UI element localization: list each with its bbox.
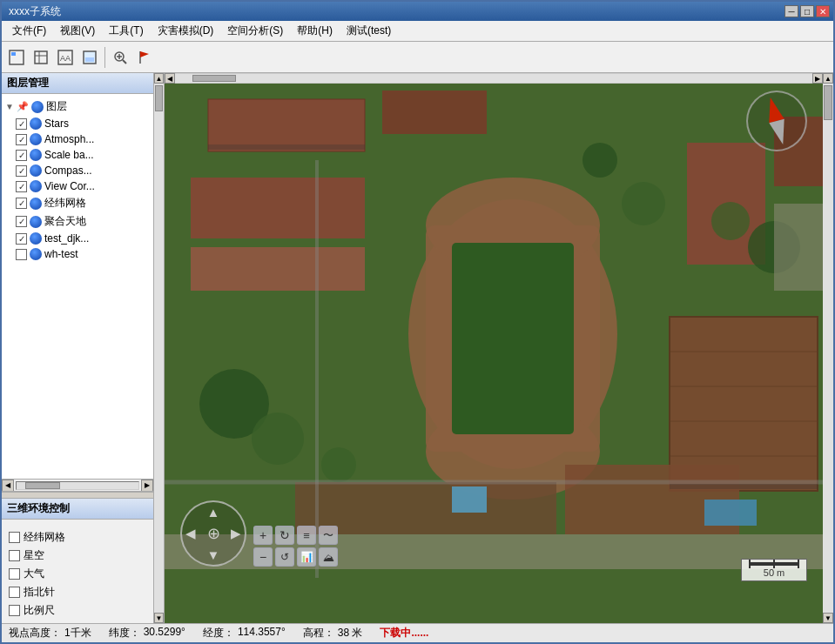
menu-file[interactable]: 文件(F) xyxy=(5,22,53,40)
menu-view[interactable]: 视图(V) xyxy=(53,22,102,40)
toolbar-btn-zoom[interactable] xyxy=(109,46,131,69)
layer-checkbox-grid[interactable] xyxy=(16,198,27,209)
map-vscroll-thumb[interactable] xyxy=(824,85,832,120)
maximize-button[interactable]: □ xyxy=(800,5,814,17)
menu-tools[interactable]: 工具(T) xyxy=(102,22,150,40)
menu-test[interactable]: 测试(test) xyxy=(340,22,398,40)
env-checkbox-compass[interactable] xyxy=(9,587,20,598)
rotate-btn[interactable]: ↻ xyxy=(275,526,294,545)
close-button[interactable]: ✕ xyxy=(816,5,830,17)
env-checkbox-scale[interactable] xyxy=(9,605,20,616)
menu-disaster[interactable]: 灾害模拟(D) xyxy=(151,22,221,40)
layer-checkbox-viewcor[interactable] xyxy=(16,181,27,192)
zoom-in-btn[interactable]: + xyxy=(253,526,273,545)
svg-rect-2 xyxy=(35,51,47,64)
layer-item-viewcor[interactable]: View Cor... xyxy=(2,178,153,194)
vscroll-down[interactable]: ▼ xyxy=(154,613,164,623)
layer-item-testdjk[interactable]: test_djk... xyxy=(2,231,153,246)
status-altitude: 视点高度： 1千米 xyxy=(9,626,91,641)
layer-item-whtest[interactable]: wh-test xyxy=(2,246,153,262)
tree-root-item[interactable]: ▼ 📌 图层 xyxy=(2,97,153,116)
chart-btn[interactable]: 📊 xyxy=(297,547,316,567)
globe-icon-testdjk xyxy=(30,232,42,245)
layer-label-atmosph: Atmosph... xyxy=(44,133,94,145)
toolbar-btn-3[interactable]: AA xyxy=(54,46,77,69)
layer-checkbox-testdjk[interactable] xyxy=(16,233,27,245)
pan-right-btn[interactable]: ▶ xyxy=(231,526,241,541)
map-right-scrollbar[interactable]: ▲ ▼ xyxy=(823,73,833,623)
layer-panel-header: 图层管理 xyxy=(2,73,153,94)
map-vscroll-up[interactable]: ▲ xyxy=(823,73,833,84)
wave-btn[interactable]: 〜 xyxy=(319,526,338,545)
svg-rect-46 xyxy=(704,500,757,526)
scale-bar: 50 m xyxy=(741,559,807,581)
lat-label: 纬度： xyxy=(109,626,140,641)
pan-compass[interactable]: ▲ ▼ ◀ ▶ ⊕ xyxy=(180,500,246,567)
zoom-out-btn[interactable]: − xyxy=(253,547,273,567)
layer-checkbox-tiandi[interactable] xyxy=(16,216,27,227)
hscroll-track[interactable] xyxy=(16,481,139,490)
layer-checkbox-whtest[interactable] xyxy=(16,249,27,260)
pan-down-btn[interactable]: ▼ xyxy=(207,548,220,561)
tilt-up-btn[interactable]: ≡ xyxy=(297,526,316,545)
svg-line-10 xyxy=(123,60,126,64)
top-scroll-left[interactable]: ◀ xyxy=(165,73,175,84)
vscroll-thumb[interactable] xyxy=(155,85,163,111)
pan-left-btn[interactable]: ◀ xyxy=(185,526,196,541)
title-bar: xxxx子系统 ─ □ ✕ xyxy=(2,2,833,21)
env-checkbox-grid[interactable] xyxy=(9,532,20,543)
lat-value: 30.5299° xyxy=(144,626,185,641)
layer-tree[interactable]: ▼ 📌 图层 Stars Atmosph... xyxy=(2,94,153,479)
env-checkbox-atmo[interactable] xyxy=(9,568,20,580)
status-lon: 经度： 114.3557° xyxy=(203,626,286,641)
layer-hscroll[interactable]: ◀ ▶ xyxy=(2,479,153,491)
map-vscroll-down[interactable]: ▼ xyxy=(823,613,833,623)
layer-item-stars[interactable]: Stars xyxy=(2,116,153,131)
terrain-btn[interactable]: ⛰ xyxy=(319,547,338,567)
expand-icon[interactable]: ▼ xyxy=(5,102,14,111)
toolbar-btn-flag[interactable] xyxy=(133,46,156,69)
toolbar-btn-4[interactable] xyxy=(78,46,101,69)
minimize-button[interactable]: ─ xyxy=(784,5,798,17)
top-scroll-track[interactable] xyxy=(175,74,812,83)
top-scroll-thumb[interactable] xyxy=(192,75,236,82)
hscroll-right[interactable]: ▶ xyxy=(141,480,153,492)
left-panel-vscroll[interactable]: ▲ ▼ xyxy=(154,73,165,623)
layer-item-tiandi[interactable]: 聚合天地 xyxy=(2,212,153,231)
map-top-scrollbar[interactable]: ◀ ▶ xyxy=(165,73,823,84)
layer-item-grid[interactable]: 经纬网格 xyxy=(2,194,153,212)
menu-spatial[interactable]: 空间分析(S) xyxy=(220,22,290,40)
layer-checkbox-compass[interactable] xyxy=(16,165,27,177)
tree-root-label: 图层 xyxy=(46,99,67,114)
map-vscroll-track[interactable] xyxy=(823,84,833,613)
top-scroll-right[interactable]: ▶ xyxy=(812,73,823,84)
vscroll-track[interactable] xyxy=(154,84,164,613)
layer-checkbox-stars[interactable] xyxy=(16,118,27,130)
svg-rect-51 xyxy=(670,484,818,489)
pan-up-btn[interactable]: ▲ xyxy=(207,506,220,519)
vscroll-up[interactable]: ▲ xyxy=(154,73,164,84)
menu-help[interactable]: 帮助(H) xyxy=(290,22,340,40)
svg-point-44 xyxy=(711,202,750,240)
panel-splitter[interactable] xyxy=(2,492,153,499)
rotate-ccw-btn[interactable]: ↺ xyxy=(275,547,294,567)
toolbar: AA xyxy=(2,42,833,73)
layer-checkbox-atmosph[interactable] xyxy=(16,134,27,145)
env-label-grid: 经纬网格 xyxy=(24,530,65,545)
pan-center-btn[interactable]: ⊕ xyxy=(207,524,220,543)
altitude-label: 视点高度： xyxy=(9,626,61,641)
toolbar-btn-2[interactable] xyxy=(30,46,52,69)
env-checkbox-stars[interactable] xyxy=(9,550,20,561)
hscroll-left[interactable]: ◀ xyxy=(2,480,14,492)
layer-item-scalebar[interactable]: Scale ba... xyxy=(2,147,153,163)
env-label-compass: 指北针 xyxy=(24,585,55,600)
main-window: xxxx子系统 ─ □ ✕ 文件(F) 视图(V) 工具(T) 灾害模拟(D) … xyxy=(0,0,835,644)
toolbar-btn-1[interactable] xyxy=(5,46,28,69)
hscroll-thumb[interactable] xyxy=(25,482,60,489)
layer-item-atmosph[interactable]: Atmosph... xyxy=(2,131,153,147)
map-area[interactable]: ◀ ▶ ▲ ▼ xyxy=(165,73,833,623)
svg-rect-45 xyxy=(452,486,487,513)
layer-checkbox-scalebar[interactable] xyxy=(16,150,27,161)
scale-label: 50 m xyxy=(749,567,799,578)
layer-item-compass[interactable]: Compas... xyxy=(2,163,153,178)
